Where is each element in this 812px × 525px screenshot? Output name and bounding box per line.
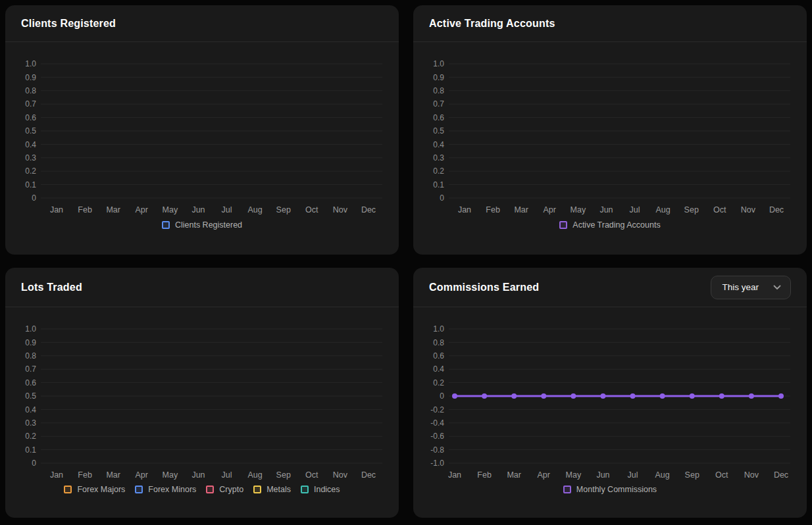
chart-plot: 1.00.80.60.40.20-0.2-0.4-0.6-0.8-1.0JanF… bbox=[413, 308, 807, 480]
x-tick-label: May bbox=[566, 470, 582, 480]
y-tick-label: 0.7 bbox=[25, 99, 36, 109]
period-dropdown[interactable]: This year bbox=[711, 276, 791, 299]
legend-label: Metals bbox=[266, 485, 291, 494]
x-tick-label: Aug bbox=[248, 205, 263, 214]
y-tick-label: -0.8 bbox=[430, 445, 444, 455]
x-tick-label: Jul bbox=[628, 470, 638, 480]
y-tick-label: 0.3 bbox=[433, 153, 444, 162]
x-tick-label: Feb bbox=[486, 205, 500, 214]
legend-item[interactable]: Crypto bbox=[206, 485, 243, 494]
panel-header: Commissions Earned This year bbox=[413, 268, 807, 307]
y-tick-label: 1.0 bbox=[25, 59, 36, 68]
chart-plot: 1.00.90.80.70.60.50.40.30.20.10JanFebMar… bbox=[5, 43, 399, 215]
x-tick-label: Aug bbox=[248, 470, 263, 480]
x-tick-label: Apr bbox=[544, 205, 556, 214]
x-tick-label: Apr bbox=[538, 470, 550, 480]
x-tick-label: Sep bbox=[276, 205, 291, 214]
y-tick-label: 0.7 bbox=[433, 99, 444, 109]
y-tick-label: 0.2 bbox=[25, 166, 36, 176]
y-tick-label: 0 bbox=[440, 391, 444, 401]
x-tick-label: Jul bbox=[222, 205, 232, 214]
x-tick-label: Nov bbox=[741, 205, 756, 214]
data-point bbox=[511, 393, 517, 399]
data-point bbox=[660, 393, 665, 399]
chart-legend: Forex MajorsForex MinorsCryptoMetalsIndi… bbox=[5, 485, 399, 494]
page-title: Clients Registered bbox=[21, 18, 116, 30]
panel-commissions-earned: Commissions Earned This year 1.00.80.60.… bbox=[413, 268, 807, 518]
x-tick-label: Mar bbox=[514, 205, 528, 214]
x-tick-label: Jan bbox=[50, 205, 63, 214]
y-tick-label: 0.3 bbox=[25, 418, 36, 428]
legend-label: Clients Registered bbox=[175, 220, 242, 230]
legend-item[interactable]: Metals bbox=[253, 485, 291, 494]
chart-legend: Active Trading Accounts bbox=[413, 220, 807, 230]
x-tick-label: Oct bbox=[305, 470, 318, 480]
x-tick-label: May bbox=[163, 470, 178, 480]
x-tick-label: Jan bbox=[458, 205, 471, 214]
legend-item[interactable]: Active Trading Accounts bbox=[559, 220, 660, 230]
legend-swatch-icon bbox=[206, 486, 214, 493]
x-tick-label: Nov bbox=[744, 470, 759, 480]
y-tick-label: 0 bbox=[32, 459, 36, 468]
chart-plot: 1.00.90.80.70.60.50.40.30.20.10JanFebMar… bbox=[413, 43, 807, 215]
y-tick-label: 1.0 bbox=[433, 324, 444, 334]
legend-swatch-icon bbox=[563, 486, 571, 493]
legend-item[interactable]: Forex Majors bbox=[64, 485, 125, 494]
x-tick-label: Jun bbox=[599, 205, 613, 214]
y-tick-label: 0.6 bbox=[25, 113, 36, 122]
legend-swatch-icon bbox=[301, 486, 309, 493]
x-tick-label: Dec bbox=[361, 205, 376, 214]
y-tick-label: -1.0 bbox=[430, 459, 444, 468]
y-tick-label: 1.0 bbox=[433, 59, 444, 68]
legend-item[interactable]: Clients Registered bbox=[162, 220, 242, 230]
legend-label: Indices bbox=[314, 485, 340, 494]
y-tick-label: 0.9 bbox=[433, 73, 444, 82]
x-tick-label: Feb bbox=[78, 470, 92, 480]
x-tick-label: Jun bbox=[191, 205, 205, 214]
y-tick-label: -0.4 bbox=[430, 418, 444, 428]
x-tick-label: Sep bbox=[684, 205, 699, 214]
x-tick-label: Aug bbox=[655, 470, 670, 480]
panel-header: Active Trading Accounts bbox=[413, 5, 807, 42]
data-point bbox=[778, 393, 784, 399]
panel-active-trading-accounts: Active Trading Accounts 1.00.90.80.70.60… bbox=[413, 5, 807, 255]
y-tick-label: 0.8 bbox=[433, 86, 444, 95]
x-tick-label: Jul bbox=[630, 205, 640, 214]
legend-item[interactable]: Forex Minors bbox=[135, 485, 196, 494]
data-point bbox=[482, 393, 487, 399]
legend-swatch-icon bbox=[162, 221, 170, 229]
x-tick-label: Oct bbox=[305, 205, 318, 214]
page-title: Commissions Earned bbox=[429, 282, 539, 293]
chart-legend: Monthly Commissions bbox=[413, 485, 807, 494]
y-tick-label: 0.3 bbox=[25, 153, 36, 162]
y-tick-label: 0.5 bbox=[433, 126, 444, 136]
page-title: Active Trading Accounts bbox=[429, 18, 555, 30]
y-tick-label: 0 bbox=[440, 193, 444, 203]
y-tick-label: 0.2 bbox=[433, 378, 444, 388]
y-tick-label: 0.4 bbox=[433, 364, 444, 374]
y-tick-label: 0.7 bbox=[25, 364, 36, 374]
x-tick-label: Feb bbox=[78, 205, 92, 214]
data-point bbox=[452, 393, 457, 399]
x-tick-label: Mar bbox=[106, 470, 120, 480]
data-point bbox=[600, 393, 605, 399]
x-tick-label: Aug bbox=[656, 205, 671, 214]
y-tick-label: 0.2 bbox=[25, 432, 36, 441]
y-tick-label: 0 bbox=[32, 193, 36, 203]
legend-label: Forex Minors bbox=[148, 485, 196, 494]
legend-label: Active Trading Accounts bbox=[572, 220, 660, 230]
period-dropdown-value: This year bbox=[722, 282, 759, 292]
legend-item[interactable]: Monthly Commissions bbox=[563, 485, 657, 494]
legend-item[interactable]: Indices bbox=[301, 485, 340, 494]
x-tick-label: Jun bbox=[596, 470, 609, 480]
chart-legend: Clients Registered bbox=[5, 220, 399, 230]
legend-swatch-icon bbox=[253, 486, 261, 493]
legend-swatch-icon bbox=[559, 221, 567, 229]
y-tick-label: 0.6 bbox=[433, 351, 444, 361]
x-tick-label: Dec bbox=[769, 205, 784, 214]
x-tick-label: Sep bbox=[276, 470, 291, 480]
legend-label: Forex Majors bbox=[77, 485, 125, 494]
y-tick-label: 0.6 bbox=[25, 378, 36, 388]
x-tick-label: May bbox=[163, 205, 178, 214]
x-tick-label: May bbox=[571, 205, 586, 214]
